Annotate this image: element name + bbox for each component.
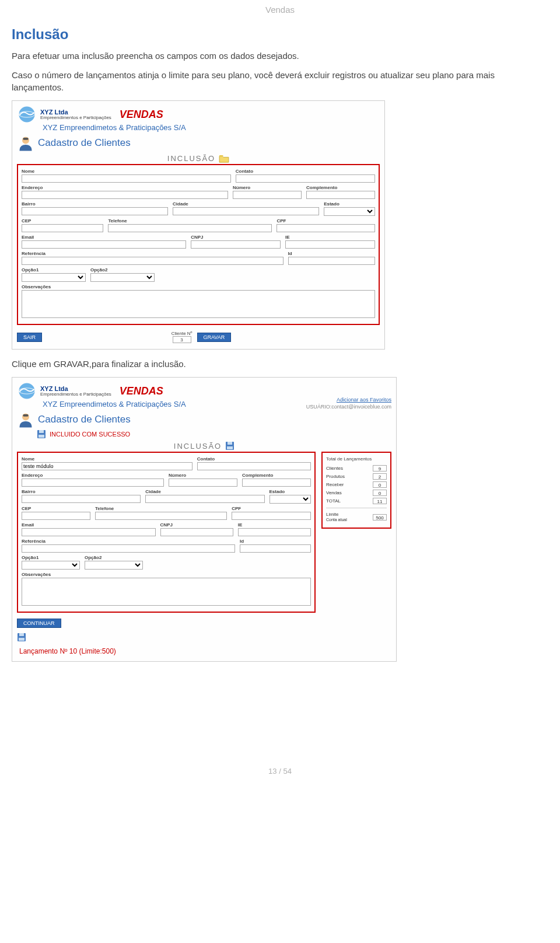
input-ie[interactable]	[238, 528, 311, 536]
input-id[interactable]	[240, 544, 311, 553]
input-ie[interactable]	[285, 240, 375, 249]
gravar-button[interactable]: GRAVAR	[197, 333, 232, 342]
side-limit-value: 500	[373, 514, 387, 521]
continuar-button[interactable]: CONTINUAR	[17, 619, 61, 628]
input-telefone[interactable]	[108, 224, 272, 232]
input-numero[interactable]	[169, 479, 237, 487]
globe-icon	[17, 381, 37, 401]
input-bairro[interactable]	[22, 207, 168, 215]
label-complemento: Complemento	[242, 473, 311, 478]
input-endereco[interactable]	[22, 191, 228, 199]
side-title: Total de Lançamentos	[326, 456, 387, 462]
svg-rect-9	[39, 430, 44, 433]
input-cnpj[interactable]	[191, 240, 281, 249]
select-estado[interactable]	[270, 495, 311, 504]
cadastro-title: Cadastro de Clientes	[38, 414, 131, 425]
input-email[interactable]	[22, 240, 186, 249]
input-telefone[interactable]	[95, 512, 227, 520]
input-complemento[interactable]	[306, 191, 375, 199]
label-cidade: Cidade	[145, 489, 264, 494]
disk-icon[interactable]	[17, 633, 26, 642]
label-ie: IE	[285, 235, 375, 240]
input-cep[interactable]	[22, 224, 103, 232]
sair-button[interactable]: SAIR	[17, 333, 42, 342]
cliente-n-value: 3	[173, 336, 191, 343]
input-referencia[interactable]	[22, 257, 284, 265]
select-estado[interactable]	[324, 207, 375, 216]
page-footer: 13 / 54	[12, 767, 548, 776]
label-ie: IE	[238, 522, 311, 528]
side-row-total: TOTAL 11	[326, 498, 387, 504]
select-opcao1[interactable]	[22, 273, 86, 282]
side-value: 9	[373, 465, 387, 472]
inclusao-mode-bar-2: INCLUSÃO	[17, 439, 391, 452]
cadastro-header: Cadastro de Clientes	[17, 134, 380, 152]
screenshot-inclusao-blank: XYZ Ltda Empreendimentos e Participações…	[12, 100, 385, 350]
textarea-observacoes[interactable]	[22, 578, 311, 606]
label-bairro: Bairro	[22, 489, 141, 494]
totals-side-panel: Total de Lançamentos Clientes 9 Produtos…	[321, 452, 391, 529]
action-row: SAIR Cliente Nº 3 GRAVAR	[17, 331, 380, 343]
input-numero[interactable]	[233, 191, 302, 199]
success-message: INCLUIDO COM SUCESSO	[50, 431, 130, 438]
side-row-limite: Limite Conta atual 500	[326, 512, 387, 522]
input-cep[interactable]	[22, 512, 90, 520]
input-contato[interactable]	[236, 174, 375, 183]
brand-name: XYZ Ltda	[40, 385, 111, 392]
intro-paragraph-1: Para efetuar uma inclusão preencha os ca…	[12, 50, 548, 62]
svg-rect-15	[19, 633, 24, 636]
input-id[interactable]	[288, 257, 376, 265]
input-nome[interactable]	[22, 174, 231, 183]
disk-icon	[37, 429, 46, 439]
label-nome: Nome	[22, 456, 192, 462]
brand-name: XYZ Ltda	[40, 109, 111, 116]
label-estado: Estado	[270, 489, 311, 494]
svg-rect-12	[228, 442, 232, 445]
label-opcao1: Opção1	[22, 267, 86, 273]
input-referencia[interactable]	[22, 544, 235, 553]
input-endereco[interactable]	[22, 479, 164, 487]
vendas-logo: VENDAS	[120, 109, 163, 121]
input-cnpj[interactable]	[160, 528, 233, 536]
side-row-vendas: Vendas 0	[326, 490, 387, 496]
gravar-instruction: Clique em GRAVAR,para finalizar a inclus…	[12, 358, 548, 370]
input-complemento[interactable]	[242, 479, 311, 487]
cadastro-header-2: Cadastro de Clientes	[17, 411, 391, 428]
label-contato: Contato	[197, 456, 311, 462]
success-row: INCLUIDO COM SUCESSO	[37, 429, 391, 439]
label-opcao2: Opção2	[85, 555, 143, 560]
input-cidade[interactable]	[145, 495, 264, 503]
select-opcao1[interactable]	[22, 561, 80, 570]
label-opcao2: Opção2	[90, 267, 155, 273]
side-label: Vendas	[326, 490, 342, 495]
label-endereco: Endereço	[22, 473, 164, 478]
textarea-observacoes[interactable]	[22, 290, 375, 318]
input-cidade[interactable]	[173, 207, 319, 215]
side-value: 0	[373, 490, 387, 496]
select-opcao2[interactable]	[85, 561, 143, 570]
label-email: Email	[22, 522, 156, 528]
intro-paragraph-2: Caso o número de lançamentos atinja o li…	[12, 69, 548, 93]
input-cpf[interactable]	[232, 512, 311, 520]
brand-subtitle: Empreendimentos e Participações	[40, 116, 111, 121]
side-row-produtos: Produtos 2	[326, 473, 387, 480]
favorites-link[interactable]: Adicionar aos Favoritos	[306, 397, 391, 403]
input-contato[interactable]	[197, 462, 311, 470]
side-value: 2	[373, 473, 387, 480]
label-telefone: Telefone	[95, 506, 227, 511]
input-nome[interactable]	[22, 462, 192, 470]
input-email[interactable]	[22, 528, 156, 536]
input-cpf[interactable]	[276, 224, 375, 232]
input-bairro[interactable]	[22, 495, 141, 503]
label-cpf: CPF	[276, 218, 375, 223]
side-label: Produtos	[326, 474, 345, 479]
label-id: Id	[288, 251, 376, 256]
cliente-n-label: Cliente Nº	[172, 331, 192, 336]
label-observacoes: Observações	[22, 572, 311, 577]
select-opcao2[interactable]	[90, 273, 155, 282]
folder-icon	[219, 155, 229, 163]
action-row-2: CONTINUAR	[17, 619, 316, 628]
person-icon	[17, 134, 34, 152]
label-cidade: Cidade	[173, 201, 319, 207]
side-limit-label: Limite	[326, 512, 338, 517]
